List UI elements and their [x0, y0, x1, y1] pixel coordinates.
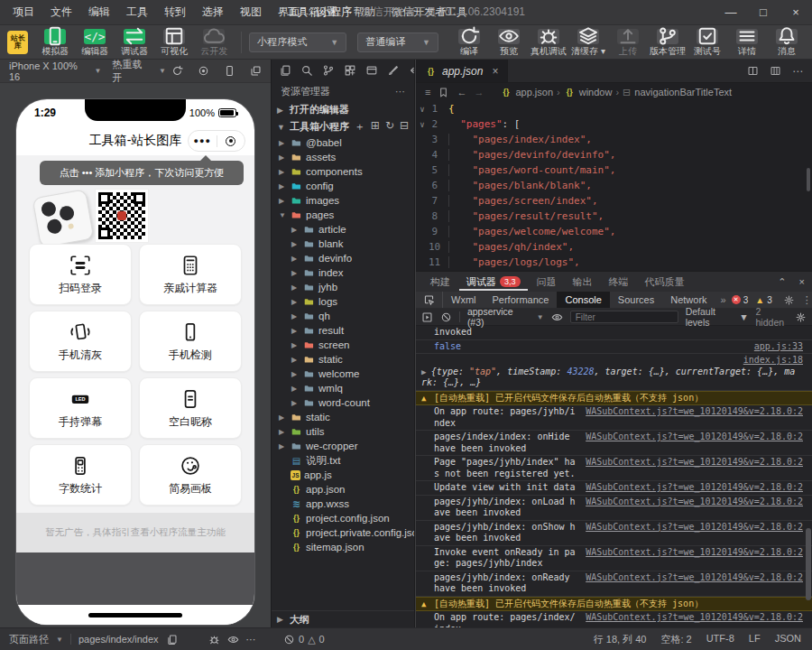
split-editor-icon[interactable]: [747, 65, 759, 77]
source-link[interactable]: WASubContext.js?t=we_10120149&v=2.18.0:2: [586, 612, 803, 624]
preview-button[interactable]: 预览: [489, 27, 529, 58]
source-link[interactable]: index.js:18: [743, 355, 803, 367]
tree-file-item[interactable]: ≋app.wxss: [272, 497, 414, 511]
status-item[interactable]: JSON: [775, 633, 801, 646]
clear-cache-button[interactable]: 清缓存 ▾: [568, 27, 608, 58]
menu-item[interactable]: 微信开发者工具: [384, 2, 475, 23]
nav-back-icon[interactable]: ←: [457, 87, 466, 98]
open-editors-section[interactable]: ▶ 打开的编辑器: [272, 101, 414, 118]
window-icon[interactable]: [365, 64, 378, 77]
status-item[interactable]: LF: [749, 633, 761, 646]
tree-folder-item[interactable]: ▶blank: [272, 237, 414, 251]
status-item[interactable]: UTF-8: [706, 633, 734, 646]
mode-select[interactable]: 小程序模式 ▼: [249, 32, 346, 52]
word-count-card[interactable]: 字数统计: [29, 444, 132, 506]
tree-file-item[interactable]: JSapp.js: [272, 468, 414, 482]
menu-item[interactable]: 设置: [309, 2, 345, 23]
menu-item[interactable]: 选择: [195, 2, 231, 23]
log-levels-select[interactable]: Default levels ▼: [686, 306, 749, 328]
brush-icon[interactable]: [387, 64, 400, 77]
tree-folder-item[interactable]: ▶screen: [272, 338, 414, 352]
tree-folder-item[interactable]: ▶utils: [272, 424, 414, 439]
led-card[interactable]: LED手持弹幕: [29, 377, 132, 439]
error-count[interactable]: ✕3: [732, 295, 749, 305]
test-button[interactable]: 测试号: [687, 27, 727, 58]
page-path-select[interactable]: 页面路径: [9, 633, 49, 646]
exit-button[interactable]: [217, 136, 245, 146]
tree-folder-item[interactable]: ▶components: [272, 164, 414, 179]
tree-folder-item[interactable]: ▶index: [272, 265, 414, 280]
tree-folder-item[interactable]: ▶we-cropper: [272, 439, 414, 453]
panel-tab-代码质量[interactable]: 代码质量: [638, 274, 692, 291]
scan-card[interactable]: 扫码登录: [29, 244, 132, 305]
collapse-sidebar-icon[interactable]: [409, 64, 415, 77]
source-link[interactable]: WASubContext.js?t=we_10120149&v=2.18.0:2: [586, 432, 803, 443]
panel-tab-构建[interactable]: 构建: [423, 274, 457, 291]
tree-folder-item[interactable]: ▶result: [272, 323, 414, 338]
close-button[interactable]: ×: [780, 0, 812, 25]
tree-file-item[interactable]: {}project.private.config.json: [272, 525, 414, 540]
status-item[interactable]: 空格: 2: [660, 633, 691, 646]
breadcrumb-item[interactable]: navigationBarTitleText: [634, 87, 732, 98]
console-scrollbar[interactable]: [806, 528, 811, 600]
collapse-panel-icon[interactable]: ⌃: [778, 276, 786, 288]
kebab-menu-icon[interactable]: ⋮: [802, 294, 812, 306]
simulator-button[interactable]: 模拟器: [35, 27, 75, 58]
menu-item[interactable]: 帮助: [346, 2, 383, 23]
menu-item[interactable]: 转到: [157, 2, 193, 23]
menu-item[interactable]: 项目: [5, 2, 42, 23]
inspect-element-icon[interactable]: [416, 292, 443, 308]
breadcrumb-item[interactable]: app.json: [515, 87, 553, 98]
more-actions-icon[interactable]: ⋯: [395, 86, 405, 98]
blank-name-card[interactable]: 空白昵称: [139, 377, 242, 439]
user-avatar[interactable]: 站长库: [7, 31, 28, 54]
copy-icon[interactable]: [166, 634, 178, 645]
fold-icon[interactable]: ∨: [416, 120, 429, 129]
tree-folder-item[interactable]: ▶static: [272, 410, 414, 424]
panel-tab-终端[interactable]: 终端: [602, 274, 636, 291]
calculator-card[interactable]: 亲戚计算器: [139, 244, 242, 305]
more-actions-icon[interactable]: ⋯: [246, 634, 256, 645]
menu-item[interactable]: 编辑: [81, 2, 117, 23]
phone-vibrate-card[interactable]: 手机清灰: [29, 311, 132, 372]
files-icon[interactable]: [279, 64, 291, 77]
clear-console-icon[interactable]: [440, 311, 452, 323]
source-link[interactable]: WASubContext.js?t=we_10120149&v=2.18.0:2: [586, 497, 803, 508]
palette-card[interactable]: 简易画板: [139, 444, 242, 506]
new-folder-icon[interactable]: ⊞: [371, 119, 380, 135]
bookmark-icon[interactable]: [438, 87, 449, 98]
new-file-icon[interactable]: ＋: [355, 119, 365, 135]
source-link[interactable]: WASubContext.js?t=we_10120149&v=2.18.0:2: [586, 482, 803, 494]
more-actions-icon[interactable]: ⋯: [792, 65, 803, 78]
tree-folder-item[interactable]: ▶assets: [272, 150, 414, 164]
more-tabs-icon[interactable]: »: [715, 294, 732, 305]
tree-file-item[interactable]: {}project.config.json: [272, 511, 414, 525]
console-log-list[interactable]: invokedfalseapp.js:33index.js:18▶ {type:…: [416, 326, 812, 627]
outline-list-icon[interactable]: ≡: [425, 87, 430, 98]
tree-file-item[interactable]: {}app.json: [272, 482, 414, 497]
message-button[interactable]: 消息: [767, 27, 807, 58]
debugger-button[interactable]: 调试器: [115, 27, 154, 58]
tree-folder-item[interactable]: ▶jyhb: [272, 280, 414, 294]
extensions-icon[interactable]: [344, 64, 356, 77]
devtools-tab-sources[interactable]: Sources: [610, 292, 662, 308]
problems-summary[interactable]: 0 △ 0: [271, 634, 325, 645]
eye-icon[interactable]: [551, 311, 563, 323]
close-panel-icon[interactable]: ×: [799, 276, 805, 288]
menu-item[interactable]: 文件: [43, 2, 79, 23]
object-preview[interactable]: ▶ {type: "tap", timeStamp: 43228, target…: [421, 367, 803, 389]
tree-folder-item[interactable]: ▶qh: [272, 309, 414, 323]
minimize-button[interactable]: —: [715, 0, 747, 25]
visual-button[interactable]: 可视化: [154, 27, 194, 58]
menu-item[interactable]: 界面: [271, 2, 307, 23]
expand-arrow-icon[interactable]: ▶: [421, 367, 431, 376]
device-select[interactable]: iPhone X 100% 16: [9, 60, 88, 82]
tree-folder-item[interactable]: ▶word-count: [272, 395, 414, 410]
warning-count[interactable]: ▲3: [755, 295, 771, 305]
record-icon[interactable]: [198, 65, 209, 77]
tree-folder-item[interactable]: ▶logs: [272, 294, 414, 309]
project-section[interactable]: ▼ 工具箱小程序 ＋ ⊞ ↻ ⊟: [272, 118, 414, 135]
tree-folder-item[interactable]: ▶@babel: [272, 135, 414, 150]
source-link[interactable]: WASubContext.js?t=we_10120149&v=2.18.0:2: [586, 547, 803, 559]
close-tab-icon[interactable]: ×: [492, 65, 498, 78]
